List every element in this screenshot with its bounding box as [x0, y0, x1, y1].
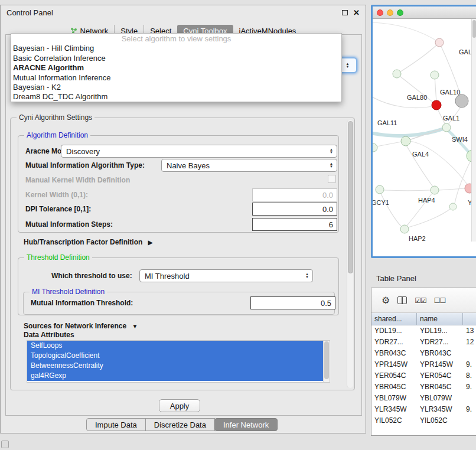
sources-section-toggle[interactable]: Sources for Network Inference ▼	[24, 322, 138, 330]
settings-scrollbar[interactable]	[347, 120, 353, 388]
table-row[interactable]: YLR345WYLR345W9.	[371, 404, 476, 415]
mi-algorithm-type-combobox[interactable]: Naive Bayes ▲▼	[161, 159, 337, 172]
which-threshold-combobox[interactable]: MI Threshold ▲▼	[139, 269, 313, 282]
close-traffic-light-icon[interactable]	[377, 9, 383, 16]
network-node[interactable]	[376, 185, 384, 194]
expanded-arrow-icon: ▼	[132, 323, 138, 330]
algorithm-option-aracne-algorithm[interactable]: ARACNE Algorithm	[11, 63, 341, 73]
table-cell: YLR345W	[371, 404, 417, 415]
scrollbar-thumb[interactable]	[472, 20, 476, 38]
attribute-item-topologicalcoefficient[interactable]: TopologicalCoefficient	[27, 351, 324, 361]
tab-discretize-data[interactable]: Discretize Data	[145, 418, 215, 431]
table-row[interactable]: YIL052CYIL052C	[371, 415, 476, 426]
node-label: GAL	[459, 48, 472, 56]
dpi-tolerance-field[interactable]: 0.0	[252, 203, 337, 216]
apply-button[interactable]: Apply	[159, 399, 200, 412]
columns-icon[interactable]	[397, 296, 407, 304]
table-row[interactable]: YER054CYER054C8.	[371, 370, 476, 381]
network-edge[interactable]	[455, 161, 471, 203]
network-node[interactable]	[432, 100, 441, 110]
network-edge[interactable]	[400, 43, 439, 72]
network-canvas[interactable]: GALGAL80GAL10GAL11GAL1SWI4GAL4GCY1HAP4YH…	[373, 19, 476, 242]
table-row[interactable]: YBR045CYBR045C9.	[371, 381, 476, 393]
network-node[interactable]	[431, 186, 439, 194]
collapsed-panel-grip[interactable]	[1, 441, 9, 448]
hub-section-toggle[interactable]: Hub/Transcription Factor Definition ▶	[24, 238, 152, 246]
dropdown-items: Bayesian - Hill ClimbingBasic Correlatio…	[11, 44, 341, 102]
close-icon[interactable]: ✕	[353, 9, 360, 17]
kernel-width-value: 0.0	[322, 191, 333, 200]
column-header-name[interactable]: name	[417, 313, 463, 325]
data-attributes-label: Data Attributes	[24, 331, 74, 339]
table-row[interactable]: YDR27...YDR27...12	[371, 337, 476, 348]
network-edge[interactable]	[409, 141, 467, 184]
float-window-icon[interactable]	[342, 10, 348, 15]
table-body: YDL19...YDL19...13YDR27...YDR27...12YBR0…	[371, 325, 476, 426]
table-cell: YBR043C	[371, 348, 417, 359]
column-header-shared[interactable]: shared...	[371, 313, 417, 325]
algorithm-option-mutual-information-inference[interactable]: Mutual Information Inference	[11, 73, 341, 83]
network-window-titlebar[interactable]	[373, 6, 476, 19]
select-all-icon[interactable]: ☑☑	[415, 296, 426, 305]
minimize-traffic-light-icon[interactable]	[387, 9, 393, 16]
network-node[interactable]	[400, 225, 409, 233]
algorithm-option-bayesian-hill-climbing[interactable]: Bayesian - Hill Climbing	[11, 44, 341, 53]
mi-threshold-group-title: MI Threshold Definition	[30, 288, 107, 296]
network-node[interactable]	[393, 70, 401, 78]
scrollbar-thumb[interactable]	[324, 341, 329, 379]
threshold-definition-group: Threshold Definition Which threshold to …	[18, 257, 339, 315]
network-node[interactable]	[431, 71, 439, 79]
table-row[interactable]: YDL19...YDL19...13	[371, 325, 476, 337]
network-edge[interactable]	[408, 209, 450, 227]
network-node[interactable]	[373, 144, 377, 152]
table-cell: 9.	[463, 359, 476, 370]
attribute-item-betweennesscentrality[interactable]: BetweennessCentrality	[27, 361, 324, 371]
scrollbar-thumb[interactable]	[348, 121, 353, 273]
network-node[interactable]	[455, 94, 468, 107]
algorithm-option-dream8-dc-tdc-algorithm[interactable]: Dream8 DC_TDC Algorithm	[11, 92, 341, 102]
gear-icon[interactable]: ⚙	[382, 296, 390, 305]
network-scrollbar[interactable]	[471, 19, 476, 242]
aracne-mode-combobox[interactable]: Discovery ▲▼	[61, 145, 337, 158]
node-label: GCY1	[373, 199, 389, 206]
data-attributes-list[interactable]: SelfLoopsTopologicalCoefficientBetweenne…	[27, 340, 330, 383]
table-cell: 13	[463, 325, 476, 337]
attribute-item-selfloops[interactable]: SelfLoops	[27, 341, 324, 351]
table-row[interactable]: YBR043CYBR043C	[371, 348, 476, 359]
tab-infer-network[interactable]: Infer Network	[214, 418, 278, 431]
node-label: HAP4	[418, 197, 435, 204]
node-label: GAL10	[440, 89, 460, 96]
kernel-width-field[interactable]: 0.0	[252, 188, 337, 201]
table-cell: YBL079W	[417, 393, 463, 404]
algorithm-option-bayesian-k2[interactable]: Bayesian - K2	[11, 83, 341, 92]
network-edge[interactable]	[439, 188, 465, 190]
column-header-partial[interactable]	[463, 313, 476, 325]
table-cell: YBR043C	[417, 348, 463, 359]
table-row[interactable]: YPR145WYPR145W9.	[371, 359, 476, 370]
attributes-scrollbar[interactable]	[323, 341, 330, 382]
deselect-all-icon[interactable]: ☐☐	[434, 296, 446, 305]
algorithm-option-basic-correlation-inference[interactable]: Basic Correlation Inference	[11, 54, 341, 63]
table-cell	[463, 415, 476, 426]
attribute-item-gal4rgexp[interactable]: gal4RGexp	[27, 371, 324, 381]
algorithm-definition-group: Algorithm Definition Aracne Mode: Discov…	[18, 135, 339, 233]
cyni-bottom-tab-strip: Impute DataDiscretize DataInfer Network	[87, 418, 278, 431]
mi-steps-field[interactable]: 6	[252, 218, 337, 231]
network-node[interactable]	[435, 38, 444, 47]
network-edge[interactable]	[377, 142, 402, 146]
network-node[interactable]	[442, 123, 451, 132]
manual-kernel-width-checkbox[interactable]	[328, 175, 336, 183]
tab-impute-data[interactable]: Impute Data	[86, 418, 146, 431]
table-cell: YER054C	[371, 370, 417, 381]
table-row[interactable]: YBL079WYBL079W	[371, 393, 476, 404]
zoom-traffic-light-icon[interactable]	[397, 9, 403, 16]
node-label: GAL80	[407, 94, 427, 101]
network-edge[interactable]	[373, 22, 439, 43]
network-node[interactable]	[401, 136, 410, 146]
mi-threshold-field[interactable]: 0.5	[250, 296, 335, 309]
table-cell: 9.	[463, 404, 476, 415]
kernel-width-label: Kernel Width (0,1):	[25, 191, 88, 199]
network-node[interactable]	[449, 203, 457, 210]
mi-steps-value: 6	[329, 220, 333, 229]
network-edge[interactable]	[384, 190, 431, 191]
